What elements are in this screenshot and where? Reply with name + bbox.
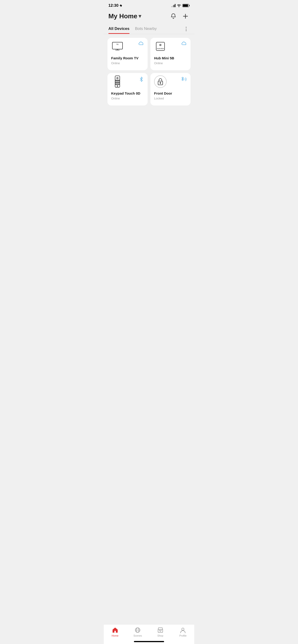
svg-point-19	[118, 84, 119, 84]
location-arrow-icon	[119, 4, 122, 7]
svg-point-18	[117, 84, 118, 84]
device-status: Online	[111, 62, 144, 65]
device-name: Front Door	[154, 91, 187, 96]
svg-point-28	[182, 628, 184, 630]
tabs-container: All Devices Bots Nearby ⋮	[104, 24, 194, 34]
nav-scenes[interactable]: Scenes	[127, 627, 149, 637]
home-nav-label: Home	[112, 634, 118, 637]
plus-icon	[182, 13, 189, 20]
bluetooth-icon	[139, 77, 144, 82]
device-name: Keypad Touch 0D	[111, 91, 144, 96]
device-card-header	[111, 77, 144, 86]
notification-button[interactable]	[169, 12, 178, 20]
tab-bots-nearby[interactable]: Bots Nearby	[135, 24, 157, 34]
more-options-button[interactable]: ⋮	[183, 26, 190, 32]
status-time: 12:30	[108, 3, 122, 8]
device-card-hub-mini-5b[interactable]: SwitchBot Hub Mini 5B Online	[150, 38, 191, 70]
lock-icon	[154, 77, 167, 86]
svg-point-10	[117, 78, 118, 79]
bell-icon	[170, 13, 177, 20]
device-card-header	[154, 77, 187, 86]
svg-point-17	[116, 84, 117, 84]
tv-icon: TV	[111, 42, 124, 51]
tabs: All Devices Bots Nearby	[108, 24, 183, 34]
shop-nav-icon	[157, 627, 164, 633]
status-bar: 12:30	[104, 0, 194, 10]
cloud-icon	[181, 42, 187, 46]
header: My Home ▾	[104, 10, 194, 24]
nav-shop[interactable]: Shop	[149, 627, 172, 637]
devices-grid: TV Family Room TV Online SwitchBot	[104, 34, 194, 109]
device-card-header: SwitchBot	[154, 42, 187, 51]
signal-strength-icon	[171, 4, 175, 7]
tab-all-devices[interactable]: All Devices	[108, 24, 130, 34]
svg-point-16	[118, 82, 119, 83]
device-name: Hub Mini 5B	[154, 56, 187, 60]
svg-point-20	[117, 86, 118, 86]
device-card-front-door[interactable]: Front Door Locked	[150, 73, 191, 106]
battery-icon	[182, 4, 190, 7]
header-actions	[169, 12, 190, 20]
svg-point-14	[116, 82, 117, 83]
nav-home[interactable]: Home	[104, 627, 127, 637]
device-card-header: TV	[111, 42, 144, 51]
profile-nav-label: Profile	[179, 634, 187, 637]
hub-icon: SwitchBot	[154, 42, 167, 51]
home-title-section[interactable]: My Home ▾	[108, 12, 141, 20]
svg-point-7	[160, 44, 161, 46]
device-status: Online	[154, 62, 187, 65]
scenes-nav-label: Scenes	[133, 634, 142, 637]
cloud-icon	[138, 42, 144, 46]
device-status: Locked	[154, 97, 187, 100]
clock: 12:30	[108, 3, 118, 8]
device-name: Family Room TV	[111, 56, 144, 60]
nav-profile[interactable]: Profile	[172, 627, 194, 637]
svg-text:SwitchBot: SwitchBot	[157, 48, 164, 50]
shop-nav-label: Shop	[157, 634, 163, 637]
svg-rect-2	[112, 42, 123, 49]
home-nav-icon	[112, 627, 118, 633]
home-title-text: My Home	[108, 12, 137, 20]
svg-point-12	[117, 80, 118, 81]
svg-point-15	[117, 82, 118, 83]
status-icons	[171, 4, 190, 7]
svg-point-13	[118, 80, 119, 81]
svg-point-11	[116, 80, 117, 81]
bluetooth-signal-icon	[181, 77, 187, 82]
home-indicator	[134, 641, 164, 642]
scenes-nav-icon	[134, 627, 141, 633]
keypad-icon	[111, 77, 124, 86]
profile-nav-icon	[180, 627, 186, 633]
add-button[interactable]	[181, 12, 190, 20]
wifi-icon	[177, 4, 181, 7]
svg-text:TV: TV	[117, 44, 119, 45]
device-status: Online	[111, 97, 144, 100]
device-card-keypad-touch-0d[interactable]: Keypad Touch 0D Online	[107, 73, 148, 106]
chevron-down-icon: ▾	[139, 13, 141, 19]
device-card-family-room-tv[interactable]: TV Family Room TV Online	[107, 38, 148, 70]
